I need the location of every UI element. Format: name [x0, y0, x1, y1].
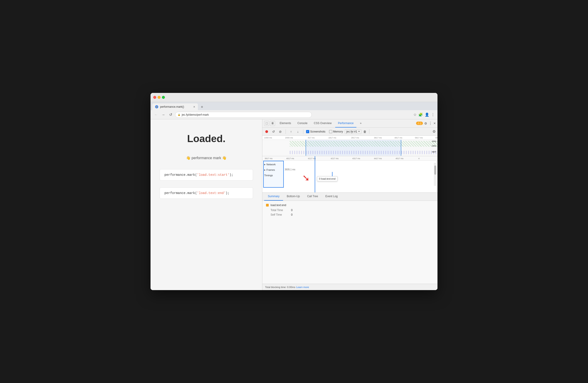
detail-tick-4417: 4417 ms — [374, 157, 382, 160]
devtools-inspect-btn[interactable]: ⬚ — [264, 121, 269, 126]
total-time-label: Total Time — [271, 209, 287, 212]
lock-icon: 🔒 — [178, 113, 180, 116]
toolbar-separator-2 — [303, 129, 303, 134]
tab-bottom-up[interactable]: Bottom-Up — [283, 192, 303, 201]
warning-count: 1 — [420, 122, 421, 125]
summary-detail-self: Self Time 0 — [271, 213, 434, 216]
code-block-1: performance.mark('load.text:start'); — [160, 169, 253, 181]
timeline-rows: ▶ Network ▶ Frames 3935.1 ms — [262, 161, 438, 179]
timeline-ruler-detail: 3917 ms 4017 ms 4117 ms 4217 ms 4317 ms … — [262, 156, 438, 161]
tab-console[interactable]: Console — [295, 119, 310, 128]
minimize-traffic-light[interactable] — [158, 96, 161, 99]
bottom-tabs: Summary Bottom-Up Call Tree Event Log — [262, 193, 438, 201]
toolbar-separator-1 — [286, 129, 286, 134]
entry-color-box — [266, 204, 269, 207]
tab-favicon: ⚡ — [155, 105, 158, 108]
network-row-content — [282, 162, 436, 167]
reload-profile-btn[interactable]: ↺ — [271, 129, 276, 134]
bookmark-icon[interactable]: ☆ — [413, 112, 417, 117]
screenshots-checkbox[interactable]: ✓ — [306, 130, 309, 133]
extensions-icon[interactable]: 🧩 — [418, 112, 423, 117]
code-suffix-2: ); — [226, 191, 230, 195]
total-time-value: 0 — [291, 209, 293, 212]
code-prefix-2: performance.mark( — [165, 191, 197, 195]
code-suffix-1: ); — [230, 173, 233, 177]
tab-performance[interactable]: Performance — [335, 119, 357, 128]
memory-toggle[interactable]: Memory — [329, 130, 343, 133]
devtools-settings-icon[interactable]: ⚙ — [424, 122, 427, 125]
detail-tick-end: 4 — [418, 157, 420, 160]
warning-icon: ⚠ — [418, 122, 420, 125]
profile-icon[interactable]: 👤 — [425, 112, 429, 117]
timeline-ruler-top: 1000 ms 2000 ms 817 ms 1817 ms 2817 ms 3… — [262, 136, 438, 140]
memory-checkbox[interactable] — [329, 130, 332, 133]
menu-icon[interactable]: ⋮ — [431, 112, 435, 117]
memory-label: Memory — [333, 130, 343, 133]
ruler-mark-1817: 1817 ms — [328, 137, 336, 139]
url-bar[interactable]: 🔒 jec.fyi/demo/perf-mark — [175, 112, 312, 118]
tab-elements[interactable]: Elements — [277, 119, 294, 128]
traffic-lights — [153, 96, 165, 99]
tab-bar: ⚡ performance.mark() × + — [150, 102, 438, 110]
status-bar: Total blocking time: 0.00ms Learn more — [262, 284, 438, 290]
devtools-close-icon[interactable]: × — [434, 121, 436, 126]
browser-window: ⚡ performance.mark() × + ← → ↺ 🔒 jec.fyi… — [150, 93, 438, 290]
ruler-mark-2000: 2000 ms — [285, 137, 293, 139]
browser-tab[interactable]: ⚡ performance.mark() × — [152, 103, 198, 110]
screenshots-toggle[interactable]: ✓ Screenshots — [306, 130, 325, 133]
cpu-label: CPU — [432, 145, 436, 147]
ruler-mark-5817: 5817 ms — [415, 137, 423, 139]
tab-close-btn[interactable]: × — [193, 105, 195, 109]
detail-tick-4217: 4217 ms — [331, 157, 339, 160]
timeline-cursor — [315, 156, 315, 192]
trash-btn[interactable]: 🗑 — [363, 130, 366, 133]
fullscreen-traffic-light[interactable] — [162, 96, 165, 99]
learn-more-link[interactable]: Learn more — [296, 286, 309, 289]
clear-btn[interactable]: ⊘ — [278, 129, 283, 134]
tooltip-text: 0 load.text:end — [319, 177, 336, 180]
tab-css-overview[interactable]: CSS Overview — [311, 119, 334, 128]
warning-badge: ⚠ 1 — [416, 122, 423, 125]
ruler-mark-3817: 3817 ms — [374, 137, 382, 139]
screenshots-label: Screenshots — [310, 130, 325, 133]
back-btn[interactable]: ← — [153, 112, 159, 118]
title-bar — [150, 93, 438, 102]
page-subtitle: 👋 performance mark 👋 — [160, 156, 253, 160]
summary-detail-total: Total Time 0 — [271, 209, 434, 212]
address-actions: ☆ 🧩 👤 ⋮ — [413, 112, 435, 117]
profile-select[interactable]: jec.fyi #1 ▼ — [345, 129, 361, 134]
detail-tick-4017: 4017 ms — [286, 157, 294, 160]
devtools-actions: ⚠ 1 ⚙ ⋮ × — [416, 121, 436, 126]
record-btn[interactable] — [264, 129, 269, 134]
svg-point-0 — [265, 130, 268, 133]
fps-label: FPS — [432, 140, 436, 143]
upload-btn[interactable]: ↑ — [289, 129, 294, 134]
devtools-device-btn[interactable]: ☰ — [270, 121, 275, 126]
entry-name: load.text:end — [271, 204, 286, 207]
timeline-overview: 1000 ms 2000 ms 817 ms 1817 ms 2817 ms 3… — [262, 136, 438, 156]
devtools-more-icon[interactable]: ⋮ — [429, 121, 432, 126]
frames-row-content: 3935.1 ms — [282, 168, 436, 172]
frames-time: 3935.1 ms — [285, 168, 295, 171]
tab-summary[interactable]: Summary — [264, 192, 283, 201]
blue-selection-box — [263, 161, 284, 188]
close-traffic-light[interactable] — [153, 96, 156, 99]
scrollbar-thumb[interactable] — [434, 166, 436, 175]
code-block-2: performance.mark('load.text:end'); — [160, 187, 253, 199]
timeline-row-network: ▶ Network — [262, 162, 438, 167]
red-arrow: ➘ — [302, 173, 310, 182]
new-tab-btn[interactable]: + — [199, 104, 205, 110]
download-btn[interactable]: ↓ — [295, 129, 300, 134]
perf-settings-btn[interactable]: ⚙ — [432, 129, 436, 134]
timeline-detail[interactable]: 3917 ms 4017 ms 4117 ms 4217 ms 4317 ms … — [262, 156, 438, 193]
tab-more[interactable]: » — [357, 119, 364, 128]
timeline-scrollbar[interactable] — [434, 163, 437, 186]
devtools-panel: ⬚ ☰ Elements Console CSS Overview Perfor… — [262, 119, 438, 290]
tab-call-tree[interactable]: Call Tree — [304, 192, 322, 201]
self-time-value: 0 — [291, 213, 293, 216]
reload-btn[interactable]: ↺ — [168, 112, 173, 118]
tab-event-log[interactable]: Event Log — [322, 192, 341, 201]
summary-entry-main: load.text:end — [266, 204, 434, 207]
page-content: Loaded. 👋 performance mark 👋 performance… — [150, 119, 262, 290]
forward-btn[interactable]: → — [161, 112, 166, 118]
